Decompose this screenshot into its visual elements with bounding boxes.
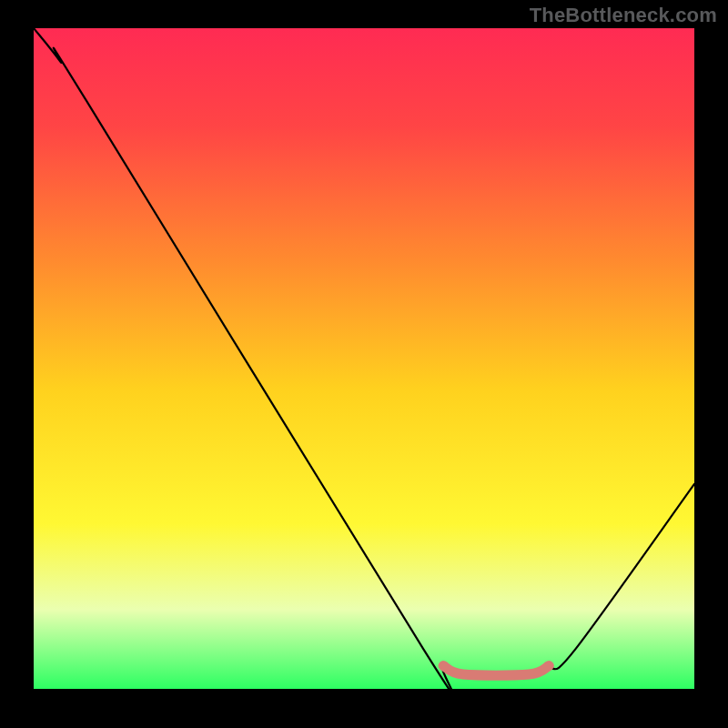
chart-frame: TheBottleneck.com [0,0,728,728]
bottleneck-chart [34,28,694,689]
gradient-background [34,28,694,689]
watermark-text: TheBottleneck.com [530,4,717,27]
